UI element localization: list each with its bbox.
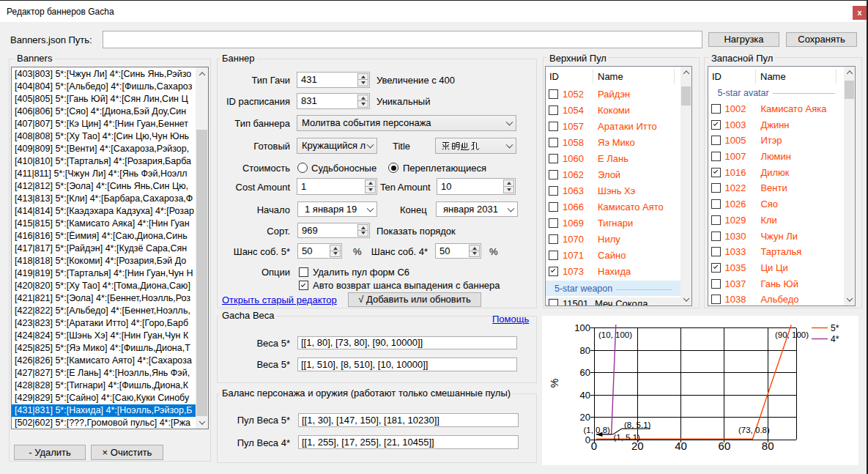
svg-text:0: 0 [585,434,590,445]
svg-text:40: 40 [580,390,590,401]
svg-text:(73, 0.8): (73, 0.8) [738,426,770,434]
svg-text:0: 0 [591,440,597,452]
svg-text:(10, 100): (10, 100) [598,330,632,339]
svg-text:20: 20 [580,412,590,423]
svg-text:%: % [549,379,560,388]
svg-text:4*: 4* [831,334,839,344]
svg-text:100: 100 [574,322,590,333]
svg-text:(1, 5.1): (1, 5.1) [614,433,641,442]
svg-text:5*: 5* [831,323,839,333]
svg-text:60: 60 [719,440,731,452]
svg-text:(90, 100): (90, 100) [775,330,809,339]
svg-text:(1, 0.8): (1, 0.8) [584,426,611,434]
svg-text:60: 60 [580,367,590,378]
svg-text:80: 80 [762,440,774,452]
svg-text:80: 80 [580,345,590,356]
svg-text:40: 40 [675,440,687,452]
